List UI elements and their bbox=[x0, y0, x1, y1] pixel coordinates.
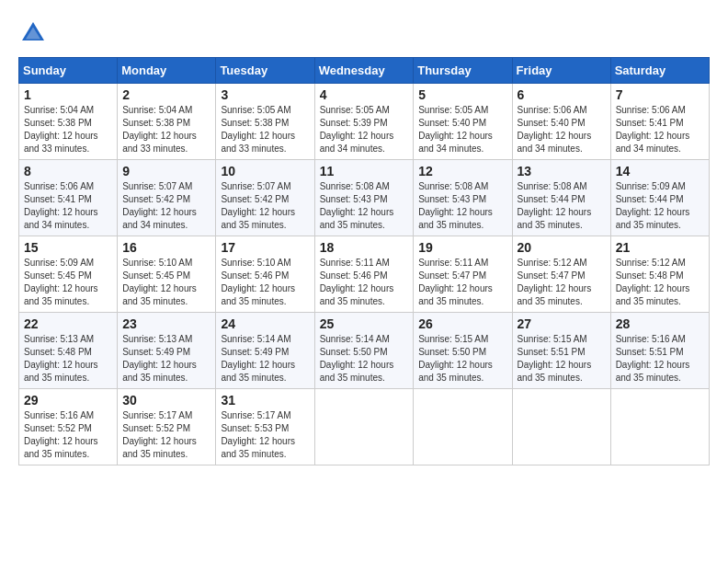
sunset-label: Sunset: 5:52 PM bbox=[122, 423, 190, 433]
weekday-header-tuesday: Tuesday bbox=[216, 58, 314, 84]
calendar-cell: 24 Sunrise: 5:14 AM Sunset: 5:49 PM Dayl… bbox=[216, 313, 314, 389]
day-number: 24 bbox=[221, 316, 309, 331]
daylight-label: Daylight: 12 hours and 33 minutes. bbox=[122, 131, 197, 154]
sunset-label: Sunset: 5:38 PM bbox=[122, 118, 190, 128]
sunrise-label: Sunrise: 5:08 AM bbox=[518, 181, 587, 191]
calendar-cell: 30 Sunrise: 5:17 AM Sunset: 5:52 PM Dayl… bbox=[118, 389, 216, 465]
sunset-label: Sunset: 5:42 PM bbox=[221, 194, 289, 204]
day-info: Sunrise: 5:05 AM Sunset: 5:38 PM Dayligh… bbox=[221, 104, 309, 155]
daylight-label: Daylight: 12 hours and 35 minutes. bbox=[122, 283, 197, 306]
sunset-label: Sunset: 5:44 PM bbox=[518, 194, 586, 204]
day-number: 2 bbox=[122, 87, 210, 102]
sunrise-label: Sunrise: 5:16 AM bbox=[616, 334, 686, 344]
day-number: 18 bbox=[320, 240, 409, 255]
sunset-label: Sunset: 5:48 PM bbox=[616, 270, 684, 281]
daylight-label: Daylight: 12 hours and 35 minutes. bbox=[320, 207, 394, 230]
sunrise-label: Sunrise: 5:15 AM bbox=[418, 334, 488, 344]
sunset-label: Sunset: 5:41 PM bbox=[616, 118, 684, 128]
day-info: Sunrise: 5:16 AM Sunset: 5:51 PM Dayligh… bbox=[616, 333, 704, 385]
sunset-label: Sunset: 5:51 PM bbox=[616, 347, 684, 357]
sunrise-label: Sunrise: 5:05 AM bbox=[221, 105, 290, 115]
daylight-label: Daylight: 12 hours and 35 minutes. bbox=[418, 207, 493, 230]
calendar-week-row: 15 Sunrise: 5:09 AM Sunset: 5:45 PM Dayl… bbox=[19, 236, 710, 313]
day-info: Sunrise: 5:04 AM Sunset: 5:38 PM Dayligh… bbox=[122, 104, 210, 155]
day-info: Sunrise: 5:14 AM Sunset: 5:49 PM Dayligh… bbox=[221, 333, 309, 385]
daylight-label: Daylight: 12 hours and 33 minutes. bbox=[221, 131, 295, 154]
sunset-label: Sunset: 5:45 PM bbox=[24, 270, 92, 281]
day-info: Sunrise: 5:13 AM Sunset: 5:49 PM Dayligh… bbox=[122, 333, 210, 385]
weekday-header-monday: Monday bbox=[118, 58, 216, 84]
sunset-label: Sunset: 5:38 PM bbox=[24, 118, 92, 128]
calendar-cell: 3 Sunrise: 5:05 AM Sunset: 5:38 PM Dayli… bbox=[216, 84, 314, 160]
daylight-label: Daylight: 12 hours and 35 minutes. bbox=[221, 436, 295, 459]
calendar-cell: 29 Sunrise: 5:16 AM Sunset: 5:52 PM Dayl… bbox=[19, 389, 118, 465]
calendar-cell bbox=[414, 389, 512, 465]
calendar-table: SundayMondayTuesdayWednesdayThursdayFrid… bbox=[18, 57, 710, 465]
sunset-label: Sunset: 5:41 PM bbox=[24, 194, 92, 204]
sunset-label: Sunset: 5:47 PM bbox=[518, 270, 586, 281]
sunrise-label: Sunrise: 5:10 AM bbox=[221, 258, 290, 268]
daylight-label: Daylight: 12 hours and 34 minutes. bbox=[418, 131, 493, 154]
sunrise-label: Sunrise: 5:13 AM bbox=[24, 334, 94, 344]
day-info: Sunrise: 5:17 AM Sunset: 5:53 PM Dayligh… bbox=[221, 409, 309, 461]
sunrise-label: Sunrise: 5:07 AM bbox=[221, 181, 290, 191]
calendar-cell: 17 Sunrise: 5:10 AM Sunset: 5:46 PM Dayl… bbox=[216, 236, 314, 313]
sunset-label: Sunset: 5:48 PM bbox=[24, 347, 92, 357]
sunrise-label: Sunrise: 5:05 AM bbox=[320, 105, 390, 115]
sunrise-label: Sunrise: 5:09 AM bbox=[24, 258, 94, 268]
calendar-cell: 27 Sunrise: 5:15 AM Sunset: 5:51 PM Dayl… bbox=[512, 313, 610, 389]
day-info: Sunrise: 5:13 AM Sunset: 5:48 PM Dayligh… bbox=[24, 333, 112, 385]
calendar-cell: 18 Sunrise: 5:11 AM Sunset: 5:46 PM Dayl… bbox=[314, 236, 414, 313]
day-info: Sunrise: 5:09 AM Sunset: 5:44 PM Dayligh… bbox=[616, 180, 704, 232]
day-info: Sunrise: 5:07 AM Sunset: 5:42 PM Dayligh… bbox=[122, 180, 210, 232]
daylight-label: Daylight: 12 hours and 35 minutes. bbox=[518, 283, 592, 306]
sunset-label: Sunset: 5:45 PM bbox=[122, 270, 190, 281]
calendar-cell: 20 Sunrise: 5:12 AM Sunset: 5:47 PM Dayl… bbox=[512, 236, 610, 313]
day-number: 23 bbox=[122, 316, 210, 331]
daylight-label: Daylight: 12 hours and 34 minutes. bbox=[616, 131, 690, 154]
calendar-cell: 22 Sunrise: 5:13 AM Sunset: 5:48 PM Dayl… bbox=[19, 313, 118, 389]
sunset-label: Sunset: 5:46 PM bbox=[320, 270, 388, 281]
day-number: 13 bbox=[518, 164, 606, 178]
calendar-cell: 5 Sunrise: 5:05 AM Sunset: 5:40 PM Dayli… bbox=[414, 84, 512, 160]
calendar-cell: 13 Sunrise: 5:08 AM Sunset: 5:44 PM Dayl… bbox=[512, 160, 610, 236]
day-number: 19 bbox=[418, 240, 506, 255]
day-number: 26 bbox=[418, 316, 506, 331]
day-info: Sunrise: 5:10 AM Sunset: 5:45 PM Dayligh… bbox=[122, 257, 210, 308]
logo-icon bbox=[18, 18, 48, 48]
calendar-cell: 31 Sunrise: 5:17 AM Sunset: 5:53 PM Dayl… bbox=[216, 389, 314, 465]
sunset-label: Sunset: 5:40 PM bbox=[418, 118, 486, 128]
sunset-label: Sunset: 5:44 PM bbox=[616, 194, 684, 204]
day-info: Sunrise: 5:16 AM Sunset: 5:52 PM Dayligh… bbox=[24, 409, 112, 461]
daylight-label: Daylight: 12 hours and 35 minutes. bbox=[122, 360, 197, 383]
day-number: 4 bbox=[320, 87, 409, 102]
sunset-label: Sunset: 5:47 PM bbox=[418, 270, 486, 281]
sunset-label: Sunset: 5:40 PM bbox=[518, 118, 586, 128]
sunrise-label: Sunrise: 5:11 AM bbox=[320, 258, 390, 268]
sunrise-label: Sunrise: 5:06 AM bbox=[616, 105, 686, 115]
day-number: 29 bbox=[24, 393, 112, 408]
sunrise-label: Sunrise: 5:04 AM bbox=[122, 105, 192, 115]
sunrise-label: Sunrise: 5:06 AM bbox=[24, 181, 94, 191]
day-info: Sunrise: 5:15 AM Sunset: 5:51 PM Dayligh… bbox=[518, 333, 606, 385]
calendar-cell: 10 Sunrise: 5:07 AM Sunset: 5:42 PM Dayl… bbox=[216, 160, 314, 236]
daylight-label: Daylight: 12 hours and 35 minutes. bbox=[616, 207, 690, 230]
weekday-header-thursday: Thursday bbox=[414, 58, 512, 84]
calendar-cell: 25 Sunrise: 5:14 AM Sunset: 5:50 PM Dayl… bbox=[314, 313, 414, 389]
daylight-label: Daylight: 12 hours and 35 minutes. bbox=[24, 283, 98, 306]
sunset-label: Sunset: 5:49 PM bbox=[122, 347, 190, 357]
sunset-label: Sunset: 5:49 PM bbox=[221, 347, 289, 357]
calendar-cell: 15 Sunrise: 5:09 AM Sunset: 5:45 PM Dayl… bbox=[19, 236, 118, 313]
logo bbox=[18, 18, 51, 48]
weekday-header-saturday: Saturday bbox=[610, 58, 709, 84]
sunset-label: Sunset: 5:51 PM bbox=[518, 347, 586, 357]
weekday-header-friday: Friday bbox=[512, 58, 610, 84]
day-number: 14 bbox=[616, 164, 704, 178]
daylight-label: Daylight: 12 hours and 35 minutes. bbox=[616, 283, 690, 306]
day-info: Sunrise: 5:06 AM Sunset: 5:41 PM Dayligh… bbox=[616, 104, 704, 155]
calendar-cell: 21 Sunrise: 5:12 AM Sunset: 5:48 PM Dayl… bbox=[610, 236, 709, 313]
sunset-label: Sunset: 5:52 PM bbox=[24, 423, 92, 433]
day-info: Sunrise: 5:06 AM Sunset: 5:40 PM Dayligh… bbox=[518, 104, 606, 155]
daylight-label: Daylight: 12 hours and 34 minutes. bbox=[518, 131, 592, 154]
day-number: 9 bbox=[122, 164, 210, 178]
